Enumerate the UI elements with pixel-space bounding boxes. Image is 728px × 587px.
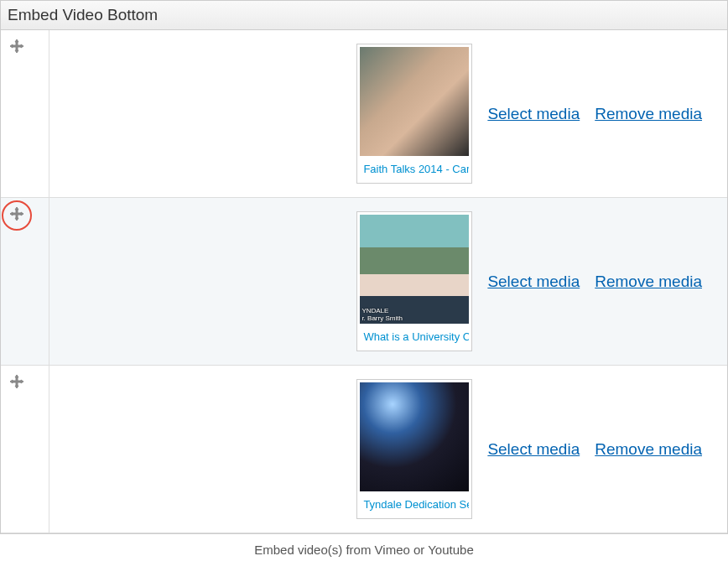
media-caption: Tyndale Dedication Ser — [360, 491, 469, 516]
media-card[interactable]: Faith Talks 2014 - Car — [356, 44, 472, 184]
media-thumbnail — [360, 47, 469, 156]
remove-media-link[interactable]: Remove media — [595, 273, 702, 291]
media-content: Tyndale Dedication Ser Select media Remo… — [49, 366, 727, 532]
media-row: YNDALE r. Barry Smith What is a Universi… — [1, 198, 727, 366]
remove-media-link[interactable]: Remove media — [595, 440, 702, 459]
media-row: Tyndale Dedication Ser Select media Remo… — [1, 366, 727, 533]
media-caption: What is a University Co — [360, 324, 469, 348]
media-card[interactable]: YNDALE r. Barry Smith What is a Universi… — [356, 211, 472, 351]
drag-handle-icon[interactable] — [9, 39, 23, 53]
drag-handle-icon[interactable] — [9, 374, 23, 388]
drag-cell — [1, 198, 49, 365]
media-row: Faith Talks 2014 - Car Select media Remo… — [1, 30, 727, 198]
drag-cell — [1, 30, 49, 197]
media-caption: Faith Talks 2014 - Car — [360, 156, 469, 180]
thumb-overlay-text: YNDALE r. Barry Smith — [360, 305, 469, 324]
select-media-link[interactable]: Select media — [487, 440, 580, 459]
select-media-link[interactable]: Select media — [487, 273, 580, 291]
media-content: Faith Talks 2014 - Car Select media Remo… — [49, 30, 727, 197]
embed-video-panel: Embed Video Bottom Faith Talks 2014 - Ca… — [0, 0, 728, 534]
footer-hint: Embed video(s) from Vimeo or Youtube — [0, 534, 728, 560]
panel-title: Embed Video Bottom — [1, 1, 727, 30]
remove-media-link[interactable]: Remove media — [595, 105, 702, 123]
media-thumbnail — [360, 382, 469, 491]
media-content: YNDALE r. Barry Smith What is a Universi… — [49, 198, 727, 365]
drag-handle-icon[interactable] — [9, 206, 23, 221]
drag-cell — [1, 366, 49, 532]
media-thumbnail: YNDALE r. Barry Smith — [360, 215, 469, 324]
select-media-link[interactable]: Select media — [487, 105, 580, 123]
media-card[interactable]: Tyndale Dedication Ser — [356, 379, 472, 519]
